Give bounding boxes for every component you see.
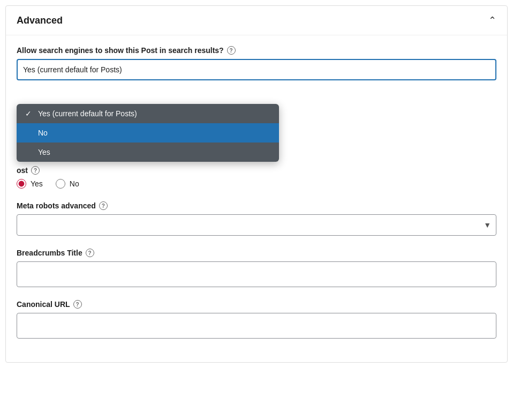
panel-header: Advanced ⌃ — [6, 6, 507, 35]
search-engines-field: Allow search engines to show this Post i… — [17, 46, 496, 80]
search-engines-dropdown: ✓ Yes (current default for Posts) No Yes — [17, 104, 279, 162]
breadcrumbs-title-help-icon[interactable]: ? — [86, 249, 94, 257]
radio-no-input[interactable] — [56, 179, 65, 189]
canonical-url-field: Canonical URL ? — [17, 300, 496, 339]
meta-robots-field: Meta robots advanced ? ▼ — [17, 201, 496, 236]
panel-title: Advanced — [17, 15, 63, 26]
canonical-url-input[interactable] — [17, 313, 496, 339]
radio-yes-label[interactable]: Yes — [17, 179, 43, 189]
canonical-url-help-icon[interactable]: ? — [73, 300, 82, 309]
meta-robots-help-icon[interactable]: ? — [99, 201, 108, 210]
panel-body: Allow search engines to show this Post i… — [6, 35, 507, 362]
canonical-post-field: ost ? Yes No — [17, 166, 496, 189]
breadcrumbs-title-label: Breadcrumbs Title ? — [17, 249, 496, 257]
search-engines-help-icon[interactable]: ? — [227, 46, 236, 55]
search-engines-select[interactable]: Yes (current default for Posts) No Yes — [17, 59, 496, 80]
meta-robots-select-wrapper: ▼ — [17, 214, 496, 236]
search-engines-select-wrapper: Yes (current default for Posts) No Yes — [17, 59, 496, 80]
chevron-up-icon[interactable]: ⌃ — [488, 14, 496, 26]
radio-no-label[interactable]: No — [56, 179, 79, 189]
breadcrumbs-title-input[interactable] — [17, 261, 496, 287]
radio-yes-input[interactable] — [17, 179, 26, 189]
search-engines-label: Allow search engines to show this Post i… — [17, 46, 496, 55]
dropdown-item-yes[interactable]: Yes — [17, 142, 279, 162]
canonical-post-help-icon[interactable]: ? — [31, 166, 40, 175]
checkmark-icon: ✓ — [25, 109, 34, 118]
meta-robots-label: Meta robots advanced ? — [17, 201, 496, 210]
advanced-panel: Advanced ⌃ Allow search engines to show … — [5, 5, 508, 363]
dropdown-item-no[interactable]: No — [17, 123, 279, 142]
meta-robots-select[interactable] — [17, 214, 496, 236]
radio-group: Yes No — [17, 179, 496, 189]
breadcrumbs-title-field: Breadcrumbs Title ? — [17, 249, 496, 287]
dropdown-item-default[interactable]: ✓ Yes (current default for Posts) — [17, 104, 279, 123]
canonical-url-label: Canonical URL ? — [17, 300, 496, 309]
canonical-post-label: ost ? — [17, 166, 496, 175]
